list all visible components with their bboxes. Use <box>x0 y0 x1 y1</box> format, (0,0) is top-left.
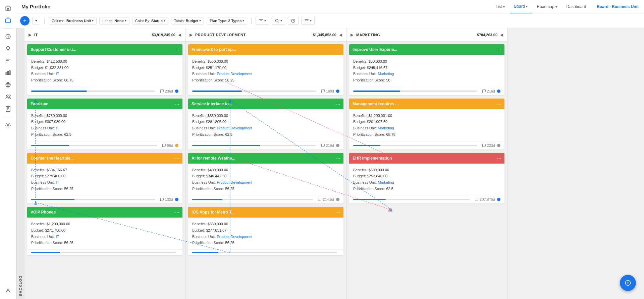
help-icon <box>291 18 296 23</box>
column-mkt-collapse[interactable]: ◀ <box>500 33 503 37</box>
card-menu-icon[interactable]: ··· <box>497 156 501 161</box>
column-it-collapse[interactable]: ◀ <box>178 33 181 37</box>
fab-icon <box>625 280 631 286</box>
plan-type-chevron-icon: ▾ <box>243 19 244 22</box>
columns-container: ▶ IT $3,919,245.00 ◀ Support Customer us… <box>24 28 644 299</box>
comment-count: 236d <box>160 89 173 93</box>
column-marketing-header: ▶ MARKETING $704,263.00 ◀ <box>346 28 507 42</box>
card-ehr: EHR Implementation ··· Benefits: $600,00… <box>349 153 504 204</box>
column-it-expand[interactable]: ▶ <box>29 33 32 37</box>
card-fabrikam: Fabrikam ··· Benefits: $780,000.00 Budge… <box>27 99 182 150</box>
clock-icon[interactable] <box>3 31 13 42</box>
card-menu-icon[interactable]: ··· <box>175 210 179 215</box>
column-product-dev-header: ▶ PRODUCT DEVELOPMENT $1,345,852.00 ◀ <box>185 28 346 42</box>
status-dot <box>336 89 339 93</box>
card-menu-icon[interactable]: ··· <box>336 101 340 107</box>
card-menu-icon[interactable]: ··· <box>336 47 340 52</box>
svg-point-12 <box>276 19 278 22</box>
column-pd-collapse[interactable]: ◀ <box>339 33 342 37</box>
add-dropdown[interactable]: ▾ <box>32 17 40 24</box>
card-menu-icon[interactable]: ··· <box>497 47 501 52</box>
plan-type-filter[interactable]: Plan Type: 2 Types ▾ <box>207 17 247 24</box>
board-business-unit-label: Board · Business Unit <box>597 4 639 9</box>
column-pd-expand[interactable]: ▶ <box>190 33 193 37</box>
user-icon[interactable] <box>3 286 13 296</box>
card-mgmt-header[interactable]: Management requires ... ··· <box>349 99 504 109</box>
status-dot <box>175 144 178 147</box>
column-product-dev-body: Framework to port ap... ··· Benefits: $5… <box>185 42 346 299</box>
team-icon[interactable] <box>3 92 13 102</box>
card-improve-header[interactable]: Improve User Experie... ··· <box>349 44 504 55</box>
status-dot <box>497 144 500 147</box>
tab-board[interactable]: Board ▾ <box>510 0 532 13</box>
color-by-chevron-icon: ▾ <box>164 19 165 22</box>
card-service-interface: Service interface to... ··· Benefits: $5… <box>188 99 343 150</box>
page-title: My Portfolio <box>21 4 51 9</box>
field-budget: Budget: $1,032,331.00 <box>31 65 178 71</box>
card-menu-icon[interactable]: ··· <box>175 101 179 107</box>
left-navigation <box>0 0 16 299</box>
filter-icon <box>259 18 263 23</box>
column-it-body: Support Customer usi... ··· Benefits: $4… <box>24 42 185 299</box>
column-mkt-expand[interactable]: ▶ <box>351 33 354 37</box>
card-framework-header[interactable]: Framework to port ap... ··· <box>188 44 343 55</box>
card-voip: VOIP Phones ··· Benefits: $1,200,000.00 … <box>27 207 182 255</box>
reports-icon[interactable] <box>3 104 13 114</box>
card-menu-icon[interactable]: ··· <box>336 156 340 161</box>
home-icon[interactable] <box>3 3 13 13</box>
card-menu-icon[interactable]: ··· <box>336 210 340 215</box>
portfolio-icon[interactable] <box>3 15 13 25</box>
add-button[interactable]: + <box>20 16 30 25</box>
help-button[interactable] <box>288 17 299 25</box>
roadmap-nav-icon[interactable] <box>3 55 13 66</box>
card-support-footer: 236d <box>27 87 182 95</box>
color-by-filter[interactable]: Color By: Status ▾ <box>132 17 168 24</box>
advanced-filter-button[interactable]: ▾ <box>256 17 269 25</box>
svg-rect-4 <box>7 71 8 75</box>
card-ehr-header[interactable]: EHR Implementation ··· <box>349 153 504 164</box>
svg-point-7 <box>6 95 8 97</box>
search-button[interactable]: ▾ <box>272 17 285 25</box>
card-ai-weather: Ai for remote Weathe... ··· Benefits: $4… <box>188 153 343 204</box>
totals-chevron-icon: ▾ <box>199 19 201 22</box>
svg-rect-0 <box>7 9 9 10</box>
card-counter-header[interactable]: Counter the Heartble... ··· <box>27 153 182 164</box>
filter-sep-2 <box>251 17 252 24</box>
settings-icon[interactable] <box>3 120 13 131</box>
svg-point-10 <box>7 125 9 126</box>
totals-filter[interactable]: Totals: Budget ▾ <box>171 17 204 24</box>
view-options-chevron-icon: ▾ <box>310 19 312 22</box>
tab-dashboard[interactable]: Dashboard <box>562 0 590 13</box>
idea-icon[interactable] <box>3 43 13 54</box>
svg-point-14 <box>293 22 293 22</box>
tab-roadmap[interactable]: Roadmap ▾ <box>533 0 561 13</box>
svg-point-8 <box>9 95 10 97</box>
filter-chevron-icon: ▾ <box>264 19 266 22</box>
column-it-header: ▶ IT $3,919,245.00 ◀ <box>24 28 185 42</box>
lanes-filter[interactable]: Lanes: None ▾ <box>99 17 129 24</box>
column-marketing: ▶ MARKETING $704,263.00 ◀ Improve User E… <box>346 28 507 299</box>
globe-icon[interactable] <box>3 79 13 90</box>
card-support-customer-header[interactable]: Support Customer usi... ··· <box>27 44 182 55</box>
status-dot <box>336 198 339 201</box>
card-menu-icon[interactable]: ··· <box>175 156 179 161</box>
card-fabrikam-header[interactable]: Fabrikam ··· <box>27 99 182 109</box>
card-service-header[interactable]: Service interface to... ··· <box>188 99 343 109</box>
svg-rect-1 <box>5 19 10 22</box>
card-menu-icon[interactable]: ··· <box>497 101 501 107</box>
card-support-customer: Support Customer usi... ··· Benefits: $4… <box>27 44 182 95</box>
svg-rect-3 <box>6 73 7 75</box>
card-ios-header[interactable]: iOS Apps for Metro T... ··· <box>188 207 343 218</box>
view-options-button[interactable]: ▾ <box>301 17 315 25</box>
card-ai-header[interactable]: Ai for remote Weathe... ··· <box>188 153 343 164</box>
card-voip-header[interactable]: VOIP Phones ··· <box>27 207 182 218</box>
fab-button[interactable] <box>620 275 636 291</box>
board-chevron-icon: ▾ <box>526 5 528 8</box>
chart-icon[interactable] <box>3 67 13 78</box>
progress-bar-bg <box>31 91 155 92</box>
tab-list[interactable]: List ▾ <box>492 0 509 13</box>
field-score: Prioritization Score: 68.75 <box>31 77 178 83</box>
roadmap-chevron-icon: ▾ <box>555 5 557 9</box>
card-menu-icon[interactable]: ··· <box>175 47 179 52</box>
column-filter[interactable]: Column: Business Unit ▾ <box>49 17 97 24</box>
